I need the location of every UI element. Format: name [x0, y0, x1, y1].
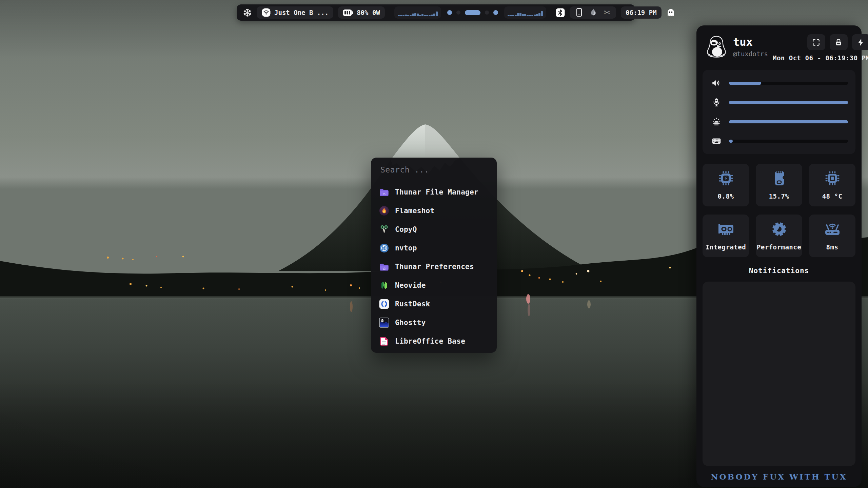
- visualizer-bar: [508, 15, 510, 16]
- microphone-slider-row: [710, 97, 848, 107]
- gauge-icon: [771, 221, 787, 239]
- visualizer-bar: [402, 15, 405, 16]
- cpu-temp-value: 48 °C: [822, 192, 843, 200]
- gpu-mode-value: Integrated: [706, 243, 746, 251]
- notifications-list: [703, 282, 855, 466]
- visualizer-bar: [512, 15, 514, 16]
- screenshot-button[interactable]: [807, 34, 825, 50]
- app-item-copyq[interactable]: CopyQ: [379, 220, 489, 239]
- battery-widget[interactable]: 80% 0W: [338, 6, 385, 19]
- app-item-ghostty[interactable]: Ghostty: [379, 313, 489, 332]
- visualizer-bar: [433, 14, 435, 16]
- phone-tray-icon[interactable]: [575, 8, 583, 17]
- network-ping-tile: 8ms: [809, 215, 855, 257]
- keyboard-backlight-slider[interactable]: [729, 140, 848, 143]
- app-label: Flameshot: [395, 207, 435, 215]
- sidebar-footer: NOBODY FUX WITH TUX: [696, 466, 862, 487]
- visualizer-bar: [426, 15, 428, 16]
- nvtop-icon: [379, 243, 389, 253]
- app-launcher: Thunar File Manager Flameshot: [371, 158, 497, 353]
- search-input[interactable]: [380, 165, 489, 175]
- media-title: Just One B ...: [274, 9, 329, 16]
- ghost-icon[interactable]: [666, 8, 675, 17]
- keyboard-icon: [710, 136, 723, 146]
- media-player-widget[interactable]: Just One B ...: [257, 6, 333, 19]
- footer-motto: NOBODY FUX WITH TUX: [711, 472, 847, 481]
- sliders-panel: [703, 70, 855, 154]
- bluetooth-icon[interactable]: [556, 8, 565, 17]
- app-item-thunar-preferences[interactable]: Thunar Preferences: [379, 257, 489, 276]
- flameshot-tray-icon[interactable]: [589, 8, 597, 17]
- brightness-slider[interactable]: [729, 120, 848, 123]
- ram-icon: [771, 170, 787, 188]
- app-item-rustdesk[interactable]: RustDesk: [379, 294, 489, 313]
- visualizer-bar: [424, 15, 426, 16]
- app-label: LibreOffice Base: [395, 337, 465, 345]
- visualizer-bar: [398, 15, 400, 16]
- workspace-3-active[interactable]: [465, 10, 480, 15]
- visualizer-bar: [431, 15, 433, 16]
- chip-temp-icon: [824, 170, 841, 188]
- visualizer-bar: [510, 15, 512, 16]
- app-label: Thunar File Manager: [395, 188, 478, 196]
- router-icon: [824, 221, 841, 239]
- power-profile-tile[interactable]: Performance: [756, 215, 802, 257]
- visualizer-bar: [531, 15, 533, 16]
- workspace-5-occupied[interactable]: [493, 10, 498, 15]
- visualizer-bar: [519, 13, 521, 16]
- app-label: Thunar Preferences: [395, 263, 474, 271]
- visualizer-bar: [536, 14, 538, 16]
- music-cast-icon: [261, 8, 271, 17]
- visualizer-bar: [412, 14, 414, 16]
- system-stats: 0.8% 15.7%: [703, 164, 855, 257]
- workspace-4-empty[interactable]: [485, 11, 489, 15]
- lock-button[interactable]: [830, 34, 848, 50]
- microphone-slider[interactable]: [729, 101, 848, 104]
- thunar-icon: [379, 187, 389, 197]
- power-button[interactable]: [852, 34, 868, 50]
- brightness-icon: [710, 117, 723, 127]
- visualizer-bar: [524, 14, 526, 16]
- workspace-1-occupied[interactable]: [447, 10, 452, 15]
- visualizer-bar: [538, 13, 540, 16]
- nix-snowflake-icon[interactable]: [243, 8, 252, 17]
- volume-slider[interactable]: [729, 82, 848, 85]
- brightness-slider-row: [710, 117, 848, 127]
- app-item-libreoffice-base[interactable]: LibreOffice Base: [379, 332, 489, 350]
- app-item-flameshot[interactable]: Flameshot: [379, 201, 489, 220]
- gpu-mode-tile[interactable]: Integrated: [703, 215, 749, 257]
- app-label: Ghostty: [395, 319, 426, 327]
- flameshot-icon: [379, 206, 389, 216]
- clock-time: 06:19 PM: [626, 9, 657, 16]
- visualizer-bar: [410, 15, 412, 16]
- cpu-temp-tile: 48 °C: [809, 164, 855, 206]
- notifications-title: Notifications: [696, 267, 862, 275]
- neovide-icon: [379, 280, 389, 290]
- control-panel: tux @tuxdotrs: [696, 25, 862, 487]
- sidebar-header: tux @tuxdotrs: [696, 25, 862, 62]
- volume-slider-row: [710, 78, 848, 88]
- thunar-icon: [379, 262, 389, 272]
- app-list: Thunar File Manager Flameshot: [371, 179, 497, 353]
- visualizer-bar: [400, 15, 402, 16]
- workspace-2-empty[interactable]: [456, 11, 460, 15]
- search-bar: [371, 158, 497, 179]
- memory-usage-value: 15.7%: [769, 192, 789, 200]
- app-item-thunar-file-manager[interactable]: Thunar File Manager: [379, 183, 489, 201]
- app-item-nvtop[interactable]: nvtop: [379, 239, 489, 257]
- visualizer-bar: [414, 13, 416, 16]
- audio-visualizer-left: [394, 6, 441, 19]
- power-profile-value: Performance: [757, 243, 801, 251]
- copyq-tray-icon[interactable]: ✂: [604, 9, 610, 17]
- gpu-icon: [717, 221, 735, 239]
- speaker-icon: [710, 78, 723, 88]
- memory-usage-tile: 15.7%: [756, 164, 802, 206]
- app-item-neovide[interactable]: Neovide: [379, 276, 489, 294]
- keyboard-backlight-slider-row: [710, 136, 848, 146]
- clock-widget[interactable]: 06:19 PM: [621, 6, 662, 19]
- cpu-usage-value: 0.8%: [718, 192, 734, 200]
- visualizer-bar: [405, 15, 407, 16]
- libreoffice-base-icon: [379, 336, 389, 346]
- visualizer-bar: [529, 15, 531, 16]
- cpu-icon: [718, 170, 734, 188]
